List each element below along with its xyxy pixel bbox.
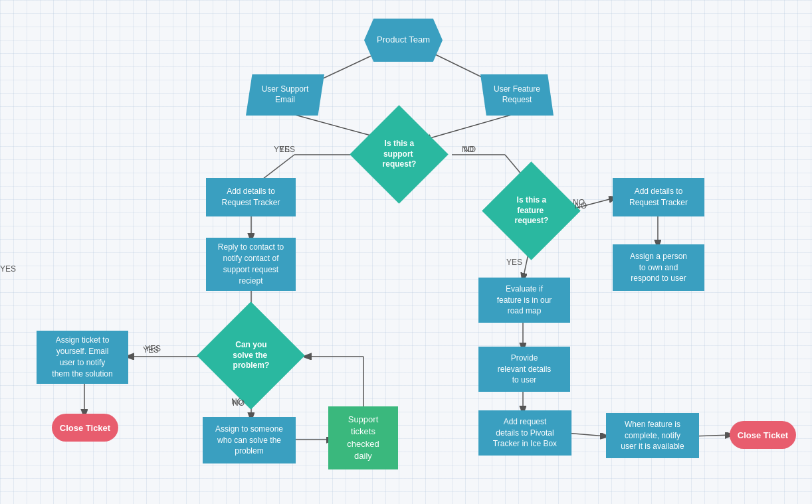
evaluate-feature-shape: Evaluate iffeature is in ourroad map <box>478 278 570 323</box>
svg-line-22 <box>566 433 606 436</box>
close-ticket-left-shape: Close Ticket <box>52 414 118 442</box>
reply-to-contact-label: Reply to contact tonotify contact ofsupp… <box>218 242 284 286</box>
flowchart-diagram: YES NO YES NO YES NO Product Team User S… <box>0 0 812 504</box>
yes-feature-label: YES <box>506 258 522 267</box>
support-tickets-daily-label: Supportticketscheckeddaily <box>347 414 379 462</box>
no-feature-label: NO <box>575 201 587 210</box>
yes-solve-label: YES <box>143 345 159 355</box>
yes-left-label: YES <box>274 145 290 154</box>
provide-relevant-shape: Providerelevant detailsto user <box>478 347 570 392</box>
no-right-label: NO <box>464 145 476 154</box>
add-details-right-label: Add details toRequest Tracker <box>629 186 688 209</box>
add-details-request-tracker-left: Add details toRequest Tracker <box>206 178 296 216</box>
can-you-solve-label: Can yousolve the problem? <box>218 340 284 371</box>
evaluate-feature-label: Evaluate iffeature is in ourroad map <box>497 284 552 317</box>
assign-person-label: Assign a personto own andrespond to user <box>630 251 687 284</box>
user-feature-request-label: User FeatureRequest <box>494 84 540 105</box>
when-feature-complete-shape: When feature iscomplete, notifyuser it i… <box>606 413 699 458</box>
add-request-pivotal-shape: Add requestdetails to PivotalTracker in … <box>478 410 571 456</box>
label-yes-feature: YES <box>0 264 16 274</box>
assign-person-shape: Assign a personto own andrespond to user <box>613 244 704 291</box>
no-solve-label: NO <box>233 398 245 408</box>
product-team-label: Product Team <box>377 35 430 46</box>
assign-someone-label: Assign to someonewho can solve theproble… <box>215 424 283 457</box>
assign-ticket-yourself-shape: Assign ticket toyourself. Emailuser to n… <box>37 331 128 384</box>
when-feature-complete-label: When feature iscomplete, notifyuser it i… <box>621 419 684 452</box>
provide-relevant-label: Providerelevant detailsto user <box>498 353 552 386</box>
user-support-email-shape: User SupportEmail <box>246 74 324 116</box>
assign-ticket-yourself-label: Assign ticket toyourself. Emailuser to n… <box>52 335 112 379</box>
user-support-email-label: User SupportEmail <box>262 84 309 105</box>
close-ticket-left-label: Close Ticket <box>60 423 110 433</box>
is-feature-request-diamond: Is this afeature request? <box>480 176 583 246</box>
add-details-request-tracker-right: Add details toRequest Tracker <box>613 178 704 216</box>
reply-to-contact-shape: Reply to contact tonotify contact ofsupp… <box>206 238 296 291</box>
add-request-pivotal-label: Add requestdetails to PivotalTracker in … <box>493 416 557 450</box>
is-support-request-label: Is this asupport request? <box>369 139 429 170</box>
can-you-solve-diamond: Can yousolve the problem? <box>196 319 306 392</box>
add-details-left-label: Add details toRequest Tracker <box>221 186 280 209</box>
user-feature-request-shape: User FeatureRequest <box>480 74 554 116</box>
close-ticket-right-shape: Close Ticket <box>730 421 796 449</box>
is-support-request-diamond: Is this asupport request? <box>354 121 444 187</box>
support-tickets-daily-shape: Supportticketscheckeddaily <box>328 406 398 469</box>
product-team-shape: Product Team <box>364 19 443 62</box>
assign-someone-shape: Assign to someonewho can solve theproble… <box>203 417 296 463</box>
is-feature-request-label: Is this afeature request? <box>502 195 561 226</box>
close-ticket-right-label: Close Ticket <box>738 430 788 440</box>
